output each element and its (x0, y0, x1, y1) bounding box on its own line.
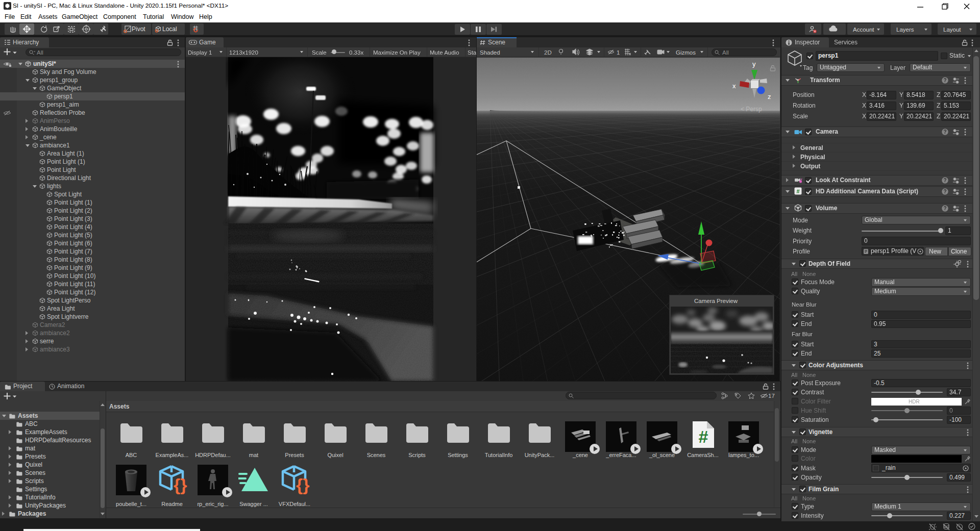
svg-text:#: # (796, 188, 799, 194)
svg-text:?: ? (943, 78, 946, 83)
svg-text:{}: {} (174, 475, 187, 494)
svg-text:?: ? (943, 178, 946, 183)
svg-text:?: ? (943, 206, 946, 211)
svg-text:x: x (732, 82, 736, 90)
svg-text:?: ? (943, 189, 946, 194)
svg-text:{}: {} (296, 475, 309, 494)
svg-text:y: y (752, 60, 756, 68)
svg-text:?: ? (943, 129, 946, 135)
svg-text:#: # (699, 427, 708, 446)
svg-text:z: z (768, 93, 771, 100)
